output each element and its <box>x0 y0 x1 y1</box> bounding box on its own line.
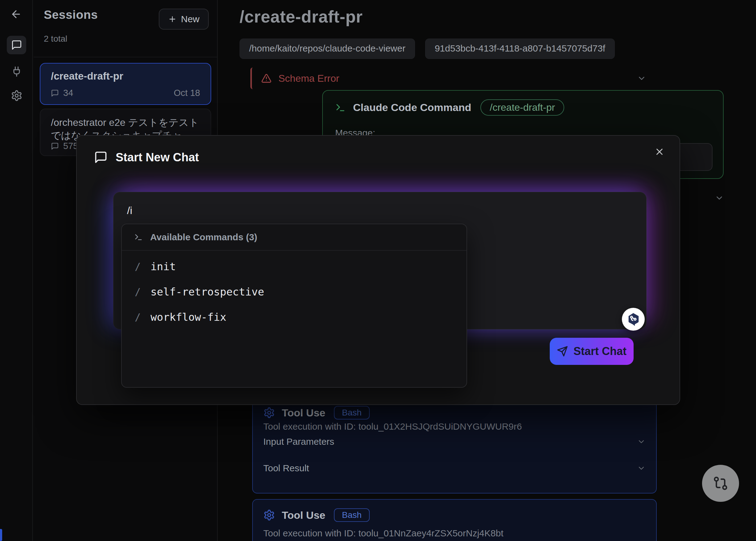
chevron-down-icon[interactable] <box>637 74 646 83</box>
command-prefix: / <box>135 261 141 272</box>
sessions-count: 2 total <box>44 34 67 44</box>
section-label: Tool Result <box>263 463 309 473</box>
header-badges: /home/kaito/repos/claude-code-viewer 91d… <box>239 39 615 59</box>
chevron-down-icon[interactable] <box>715 194 724 203</box>
sidebar-item-mcp[interactable] <box>7 62 26 81</box>
bash-badge: Bash <box>334 508 370 522</box>
tool-execution-id: Tool execution with ID: toolu_01X2HSJQrd… <box>263 421 522 432</box>
chat-bubble-icon <box>51 142 59 150</box>
gear-icon <box>11 90 23 102</box>
dialog-title: Start New Chat <box>116 151 199 164</box>
available-commands-dropdown: Available Commands (3) / init / self-ret… <box>121 224 467 388</box>
plus-icon <box>168 15 177 23</box>
tool-execution-id: Tool execution with ID: toolu_01NnZaey4r… <box>263 528 504 539</box>
command-badge: /create-draft-pr <box>480 99 564 116</box>
command-prefix: / <box>135 286 141 297</box>
command-option-self-retrospective[interactable]: / self-retrospective <box>122 279 467 304</box>
command-card-header: Claude Code Command /create-draft-pr <box>335 99 564 116</box>
app-logo-badge <box>622 308 645 331</box>
tool-card-header: Tool Use Bash <box>263 508 370 522</box>
section-label: Input Parameters <box>263 436 334 447</box>
command-option-init[interactable]: / init <box>122 254 467 279</box>
session-card-create-draft-pr[interactable]: /create-draft-pr 34 Oct 18 <box>40 63 211 105</box>
page-title: /create-draft-pr <box>239 7 363 27</box>
git-compare-floating-button[interactable] <box>702 465 739 502</box>
dropdown-header: Available Commands (3) <box>122 224 467 251</box>
command-list: / init / self-retrospective / workflow-f… <box>122 251 467 330</box>
chat-input-value: /i <box>127 205 132 217</box>
command-name: self-retrospective <box>151 285 264 298</box>
chevron-down-icon <box>637 464 646 472</box>
warning-triangle-icon <box>261 73 272 84</box>
tool-card-title: Tool Use <box>282 407 325 419</box>
app-screen: Sessions New 2 total /create-draft-pr 34… <box>0 0 756 541</box>
tool-use-card-2: Tool Use Bash Tool execution with ID: to… <box>252 499 657 541</box>
tool-use-card-1: Tool Use Bash Tool execution with ID: to… <box>252 400 657 493</box>
gear-icon <box>263 509 275 521</box>
dropdown-header-label: Available Commands (3) <box>150 232 257 243</box>
back-button[interactable] <box>9 7 23 21</box>
chat-bubble-icon <box>94 151 108 164</box>
chevron-down-icon <box>637 437 646 446</box>
command-prefix: / <box>135 311 141 323</box>
input-parameters-section[interactable]: Input Parameters <box>263 435 646 448</box>
sidebar-item-settings[interactable] <box>7 86 26 105</box>
gear-icon <box>263 407 275 418</box>
session-title: /create-draft-pr <box>51 70 123 82</box>
session-date: Oct 18 <box>174 88 200 98</box>
bash-badge: Bash <box>334 406 370 419</box>
arrow-left-icon <box>10 8 22 20</box>
new-session-button[interactable]: New <box>159 9 209 30</box>
schema-error-section[interactable]: Schema Error <box>250 68 657 89</box>
command-name: init <box>151 260 176 272</box>
close-button[interactable] <box>652 144 667 159</box>
command-option-workflow-fix[interactable]: / workflow-fix <box>122 304 467 330</box>
sessions-title: Sessions <box>44 8 98 22</box>
divider <box>34 57 217 57</box>
icon-sidebar <box>0 0 33 541</box>
tool-card-header: Tool Use Bash <box>263 406 370 419</box>
chat-bubble-icon <box>51 89 59 97</box>
new-session-label: New <box>181 14 199 24</box>
chat-bubble-icon <box>11 40 22 51</box>
terminal-prompt-icon <box>335 102 346 113</box>
hexagon-chat-logo-icon <box>626 312 640 326</box>
edge-accent-bar <box>0 529 2 541</box>
session-meta: 34 Oct 18 <box>51 88 200 98</box>
terminal-prompt-icon <box>134 233 143 242</box>
close-icon <box>654 147 665 157</box>
session-id-badge[interactable]: 91d53bcb-413f-4118-a807-b1457075d73f <box>425 39 615 59</box>
schema-error-label: Schema Error <box>278 73 339 84</box>
send-icon <box>557 346 568 357</box>
tool-card-title: Tool Use <box>282 509 325 521</box>
git-compare-icon <box>712 475 729 492</box>
tool-result-section[interactable]: Tool Result <box>263 461 646 475</box>
command-card-title: Claude Code Command <box>353 102 471 114</box>
message-count: 34 <box>63 88 73 98</box>
repo-path-badge[interactable]: /home/kaito/repos/claude-code-viewer <box>239 39 415 59</box>
start-chat-button[interactable]: Start Chat <box>550 338 633 365</box>
start-chat-label: Start Chat <box>573 345 626 358</box>
plug-icon <box>11 66 22 77</box>
sidebar-item-sessions[interactable] <box>7 36 26 54</box>
dialog-header: Start New Chat <box>94 151 199 164</box>
start-new-chat-dialog: Start New Chat /i Available Commands (3) <box>76 135 680 405</box>
command-name: workflow-fix <box>151 311 226 323</box>
